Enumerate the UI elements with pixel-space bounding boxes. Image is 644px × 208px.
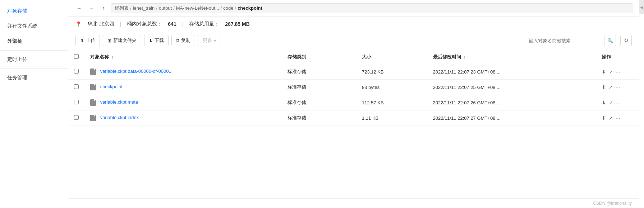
sidebar-item-scheduled-upload[interactable]: 定时上传 bbox=[0, 52, 68, 67]
location-label: 华北-北京四 bbox=[87, 21, 114, 27]
sidebar-item-external-bucket[interactable]: 外部桶 bbox=[0, 34, 68, 49]
more-button[interactable]: 更多 ▾ bbox=[198, 35, 221, 46]
breadcrumb-bucket-list[interactable]: 桶列表 bbox=[115, 5, 129, 11]
sidebar-item-task-mgmt[interactable]: 任务管理 bbox=[0, 70, 68, 85]
row-actions-3: ⬇ ↗ ··· bbox=[596, 110, 639, 126]
header-checkbox-col bbox=[68, 50, 84, 64]
row-actions-0: ⬇ ↗ ··· bbox=[596, 64, 639, 80]
search-input[interactable] bbox=[525, 38, 604, 43]
header-size[interactable]: 大小 ↕ bbox=[356, 50, 427, 64]
sidebar-item-object-storage[interactable]: 对象存储 bbox=[0, 4, 68, 19]
forward-button[interactable]: → bbox=[86, 3, 96, 13]
row-more-icon-0[interactable]: ··· bbox=[616, 69, 621, 75]
row-checkbox-cell bbox=[68, 64, 84, 80]
row-modified-2: 2022/11/11 22:07:26 GMT+08:... bbox=[427, 95, 596, 110]
copy-button[interactable]: ⧉ 复制 bbox=[171, 35, 195, 46]
row-size-0: 723.12 KB bbox=[356, 64, 427, 80]
file-link-0[interactable]: variable.ckpt.data-00000-of-00001 bbox=[100, 68, 171, 74]
sidebar-divider-1 bbox=[0, 50, 68, 51]
sidebar: 对象存储 并行文件系统 外部桶 定时上传 任务管理 bbox=[0, 0, 68, 208]
size-value: 267.85 MB bbox=[225, 21, 249, 27]
row-checkbox-3[interactable] bbox=[74, 115, 79, 120]
back-button[interactable]: ← bbox=[74, 3, 84, 13]
row-storage-class-0: 标准存储 bbox=[282, 64, 356, 80]
file-icon-3 bbox=[90, 115, 96, 121]
row-modified-0: 2022/11/11 22:07:23 GMT+08:... bbox=[427, 64, 596, 80]
row-more-icon-2[interactable]: ··· bbox=[616, 100, 621, 105]
refresh-icon: ↻ bbox=[624, 37, 629, 44]
header-storage-class[interactable]: 存储类别 ↕ bbox=[282, 50, 356, 64]
count-value: 641 bbox=[168, 21, 176, 27]
row-modified-3: 2022/11/11 22:07:27 GMT+08:... bbox=[427, 110, 596, 126]
table-row: variable.ckpt.meta 标准存储 112.57 KB 2022/1… bbox=[68, 95, 639, 110]
breadcrumb-lenet-train[interactable]: lenet_train bbox=[133, 5, 155, 11]
header-modified[interactable]: 最后修改时间 ↕ bbox=[427, 50, 596, 64]
new-folder-icon: ⊞ bbox=[107, 38, 111, 43]
count-label: 桶内对象总数： bbox=[127, 21, 162, 27]
file-icon-1 bbox=[90, 84, 96, 90]
modified-sort-icon: ↕ bbox=[464, 55, 466, 59]
row-actions-1: ⬇ ↗ ··· bbox=[596, 80, 639, 95]
sidebar-item-parallel-fs[interactable]: 并行文件系统 bbox=[0, 19, 68, 34]
table-row: variable.ckpt.data-00000-of-00001 标准存储 7… bbox=[68, 64, 639, 80]
header-name[interactable]: 对象名称 ↕ bbox=[84, 50, 282, 64]
location-pin-icon: 📍 bbox=[75, 21, 82, 27]
up-button[interactable]: ↑ bbox=[98, 3, 109, 13]
row-download-icon-0[interactable]: ⬇ bbox=[602, 69, 606, 75]
breadcrumb-code[interactable]: code bbox=[223, 5, 233, 11]
file-link-2[interactable]: variable.ckpt.meta bbox=[100, 99, 138, 105]
row-checkbox-1[interactable] bbox=[74, 84, 79, 89]
row-download-icon-1[interactable]: ⬇ bbox=[602, 84, 606, 90]
file-icon-2 bbox=[90, 99, 96, 106]
search-icon: 🔍 bbox=[607, 38, 613, 43]
copy-icon: ⧉ bbox=[176, 38, 179, 43]
row-actions-2: ⬇ ↗ ··· bbox=[596, 95, 639, 110]
name-sort-icon: ↕ bbox=[112, 55, 114, 59]
upload-button[interactable]: ⬆ 上传 bbox=[75, 35, 100, 46]
row-checkbox-0[interactable] bbox=[74, 69, 79, 74]
sidebar-collapse-handle[interactable]: ◀ bbox=[639, 0, 644, 14]
footer-credit: CSDN @irrationality bbox=[593, 201, 632, 206]
row-share-icon-1[interactable]: ↗ bbox=[609, 85, 613, 90]
main-content: ← → ↑ 桶列表 / lenet_train / output / MA-ne… bbox=[68, 0, 639, 208]
more-arrow-icon: ▾ bbox=[214, 38, 216, 43]
row-checkbox-cell bbox=[68, 80, 84, 95]
footer: CSDN @irrationality bbox=[68, 198, 639, 208]
search-button[interactable]: 🔍 bbox=[604, 35, 616, 46]
row-more-icon-3[interactable]: ··· bbox=[616, 115, 621, 121]
row-download-icon-2[interactable]: ⬇ bbox=[602, 100, 606, 105]
row-checkbox-cell bbox=[68, 110, 84, 126]
size-sort-icon: ↕ bbox=[374, 55, 376, 59]
row-share-icon-3[interactable]: ↗ bbox=[609, 115, 613, 121]
row-more-icon-1[interactable]: ··· bbox=[616, 85, 621, 90]
topbar: ← → ↑ 桶列表 / lenet_train / output / MA-ne… bbox=[68, 0, 639, 16]
size-label: 存储总用量： bbox=[189, 21, 219, 27]
breadcrumb-ma-lenet[interactable]: MA-new-LeNet-out... bbox=[176, 5, 219, 11]
row-name-2: variable.ckpt.meta bbox=[84, 95, 282, 110]
row-size-2: 112.57 KB bbox=[356, 95, 427, 110]
row-storage-class-1: 标准存储 bbox=[282, 80, 356, 95]
file-link-3[interactable]: variable.ckpt.index bbox=[100, 115, 139, 120]
row-size-1: 83 bytes bbox=[356, 80, 427, 95]
row-download-icon-3[interactable]: ⬇ bbox=[602, 115, 606, 121]
sidebar-divider-2 bbox=[0, 68, 68, 69]
select-all-checkbox[interactable] bbox=[74, 54, 79, 59]
new-folder-button[interactable]: ⊞ 新建文件夹 bbox=[103, 35, 141, 46]
infobar: 📍 华北-北京四 | 桶内对象总数： 641 | 存储总用量： 267.85 M… bbox=[68, 16, 639, 31]
row-checkbox-2[interactable] bbox=[74, 100, 79, 104]
refresh-button[interactable]: ↻ bbox=[620, 35, 632, 46]
file-link-1[interactable]: checkpoint bbox=[100, 84, 123, 89]
search-box: 🔍 bbox=[525, 35, 616, 46]
file-icon-0 bbox=[90, 68, 96, 75]
row-name-3: variable.ckpt.index bbox=[84, 110, 282, 126]
breadcrumb-checkpoint[interactable]: checkpoint bbox=[238, 5, 262, 11]
row-share-icon-0[interactable]: ↗ bbox=[609, 69, 613, 75]
table-row: variable.ckpt.index 标准存储 1.11 KB 2022/11… bbox=[68, 110, 639, 126]
download-toolbar-icon: ⬇ bbox=[149, 38, 153, 43]
row-storage-class-2: 标准存储 bbox=[282, 95, 356, 110]
breadcrumb-output[interactable]: output bbox=[159, 5, 172, 11]
download-button[interactable]: ⬇ 下载 bbox=[144, 35, 169, 46]
row-share-icon-2[interactable]: ↗ bbox=[609, 100, 613, 105]
row-name-0: variable.ckpt.data-00000-of-00001 bbox=[84, 64, 282, 80]
file-table: 对象名称 ↕ 存储类别 ↕ 大小 ↕ 最后修改时间 ↕ bbox=[68, 50, 639, 126]
